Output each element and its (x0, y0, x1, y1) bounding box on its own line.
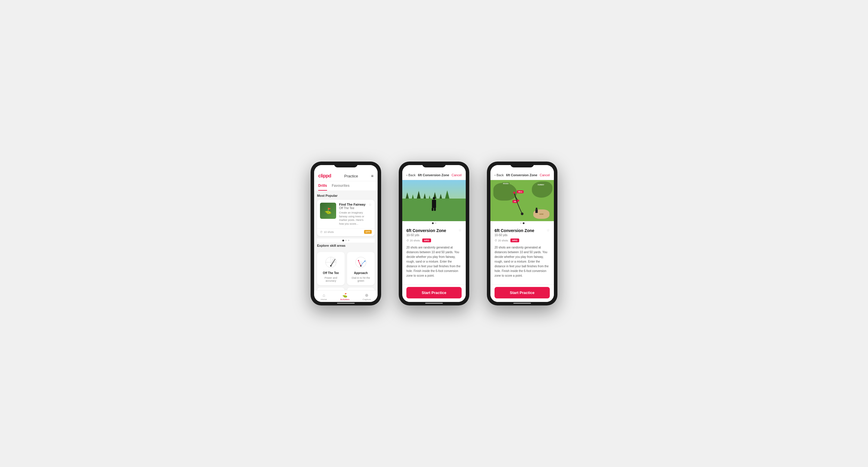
skill-card-approach[interactable]: Approach Dial-in to hit the green (347, 252, 375, 285)
detail-meta: ⏱ 20 shots ARG (406, 238, 462, 242)
golfer-legs (432, 208, 436, 211)
title-block-3: 6ft Conversion Zone 10-50 yds (495, 228, 534, 237)
capture-label: Capture (363, 298, 371, 301)
start-practice-button[interactable]: Start Practice (406, 287, 462, 298)
nav-title-3: 6ft Conversion Zone (506, 173, 537, 177)
clock-icon: ⏱ (320, 231, 322, 234)
phone-3-screen: ‹ Back 6ft Conversion Zone Cancel FAIRWA… (490, 165, 554, 302)
title-block: 6ft Conversion Zone 10-50 yds (406, 228, 446, 237)
trajectory-svg (490, 180, 554, 221)
drill-card-find-fairway[interactable]: Find The Fairway Off The Tee Create an i… (317, 200, 375, 236)
nav-title: 6ft Conversion Zone (418, 173, 449, 177)
golf-map-scene: FAIRWAY ROUGH SAND Miss Hit (490, 180, 554, 221)
cancel-button-3[interactable]: Cancel (540, 173, 550, 177)
drill-map-image: FAIRWAY ROUGH SAND Miss Hit (490, 180, 554, 221)
home-indicator-3 (513, 303, 531, 304)
drill-tag: OTT (364, 230, 372, 234)
detail-footer: Start Practice (402, 284, 466, 302)
dot-1 (342, 240, 344, 241)
skill-desc-off-tee: Power and accuracy (320, 276, 342, 282)
golfer-head (433, 197, 435, 199)
app-header: clippd Practice ≡ (314, 165, 378, 181)
drill-description-text-3: 20 shots are randomly generated at dista… (495, 245, 550, 278)
skill-card-off-tee[interactable]: Off The Tee Power and accuracy (317, 252, 345, 285)
home-indicator (337, 303, 355, 304)
chevron-left-icon: ‹ (406, 173, 408, 177)
svg-line-4 (331, 259, 335, 266)
img-dot-2 (435, 222, 436, 224)
dot-3 (348, 240, 349, 241)
drill-footer: ⏱ 10 shots OTT (317, 229, 375, 236)
detail-footer-3: Start Practice (490, 284, 554, 302)
golf-photo-scene (402, 180, 466, 221)
favourite-star-icon[interactable]: ☆ (458, 228, 462, 232)
cancel-button[interactable]: Cancel (452, 173, 462, 177)
capture-icon: ⊕ (365, 293, 369, 298)
back-button-3[interactable]: ‹ Back (495, 173, 504, 177)
svg-point-12 (358, 260, 359, 261)
home-icon: ⌂ (322, 293, 325, 298)
svg-point-27 (513, 192, 515, 194)
phone-2-screen: ‹ Back 6ft Conversion Zone Cancel (402, 165, 466, 302)
img-dot-3-1 (520, 222, 522, 224)
skill-desc-approach: Dial-in to hit the green (350, 276, 372, 282)
golfer-leg-r (434, 208, 436, 211)
svg-point-29 (521, 213, 524, 215)
skill-name-approach: Approach (354, 271, 368, 275)
bottom-nav: ⌂ Home ⛳ Activities ⊕ Capture (314, 290, 378, 302)
favourite-star-icon-3[interactable]: ☆ (547, 228, 550, 232)
drill-detail-content-3: 6ft Conversion Zone 10-50 yds ☆ ⏱ 20 sho… (490, 225, 554, 284)
app-logo: clippd (318, 173, 331, 178)
skill-name-off-tee: Off The Tee (323, 271, 339, 275)
skill-tag: ARG (422, 238, 431, 242)
drill-shots: ⏱ 10 shots (320, 231, 334, 234)
activities-icon: ⛳ (342, 293, 347, 298)
back-button[interactable]: ‹ Back (406, 173, 415, 177)
tabs-bar: Drills Favourites (314, 181, 378, 191)
explore-label: Explore skill areas (317, 244, 346, 247)
drill-range: 10-50 yds (406, 234, 446, 237)
map-golfer (535, 208, 538, 213)
drill-title-3: 6ft Conversion Zone (495, 228, 534, 233)
approach-icon-area (353, 255, 368, 270)
nav-capture[interactable]: ⊕ Capture (363, 293, 371, 301)
skill-grid: Off The Tee Power and accuracy (317, 252, 375, 290)
title-row-3: 6ft Conversion Zone 10-50 yds ☆ (495, 228, 550, 237)
nav-home[interactable]: ⌂ Home (320, 293, 327, 301)
phone-2: ‹ Back 6ft Conversion Zone Cancel (399, 162, 469, 305)
map-golfer-body (535, 209, 538, 213)
activities-label: Activities (340, 298, 350, 301)
tab-favourites[interactable]: Favourites (332, 181, 350, 191)
drill-detail-content: 6ft Conversion Zone 10-50 yds ☆ ⏱ 20 sho… (402, 225, 466, 284)
drill-title: 6ft Conversion Zone (406, 228, 446, 233)
nav-activities[interactable]: ⛳ Activities (340, 293, 350, 301)
practice-content: Most Popular Find The Fairway Off The Te… (314, 191, 378, 290)
skill-card-putting[interactable]: Putting Make and lag practice (347, 288, 375, 290)
phone-notch (334, 162, 358, 167)
phone-1-screen: clippd Practice ≡ Drills Favourites Most… (314, 165, 378, 302)
dot-2 (345, 240, 347, 241)
title-row: 6ft Conversion Zone 10-50 yds ☆ (406, 228, 462, 237)
drill-name: Find The Fairway (339, 203, 366, 206)
golfer-leg-l (432, 208, 433, 211)
off-tee-icon (324, 255, 338, 269)
favourite-icon[interactable]: ☆ (369, 203, 372, 207)
drill-thumbnail (320, 203, 336, 219)
drill-thumb-image (320, 203, 336, 219)
skill-tag-3: ARG (510, 238, 519, 242)
phone-3: ‹ Back 6ft Conversion Zone Cancel FAIRWA… (487, 162, 557, 305)
menu-icon[interactable]: ≡ (371, 174, 373, 178)
drill-image (402, 180, 466, 221)
start-practice-button-3[interactable]: Start Practice (495, 287, 550, 298)
phone-notch (422, 162, 446, 167)
image-carousel-dots-3 (490, 221, 554, 225)
carousel-dots (317, 238, 375, 243)
chevron-left-icon-3: ‹ (495, 173, 496, 177)
golfer-figure (432, 197, 436, 211)
skill-card-around-green[interactable]: Around The Green Hone your short game (317, 288, 345, 290)
tab-drills[interactable]: Drills (318, 181, 327, 191)
phone-notch (510, 162, 534, 167)
drill-description-text: 20 shots are randomly generated at dista… (406, 245, 462, 278)
phone-1: clippd Practice ≡ Drills Favourites Most… (311, 162, 381, 305)
timer-icon-3: ⏱ (495, 239, 497, 242)
